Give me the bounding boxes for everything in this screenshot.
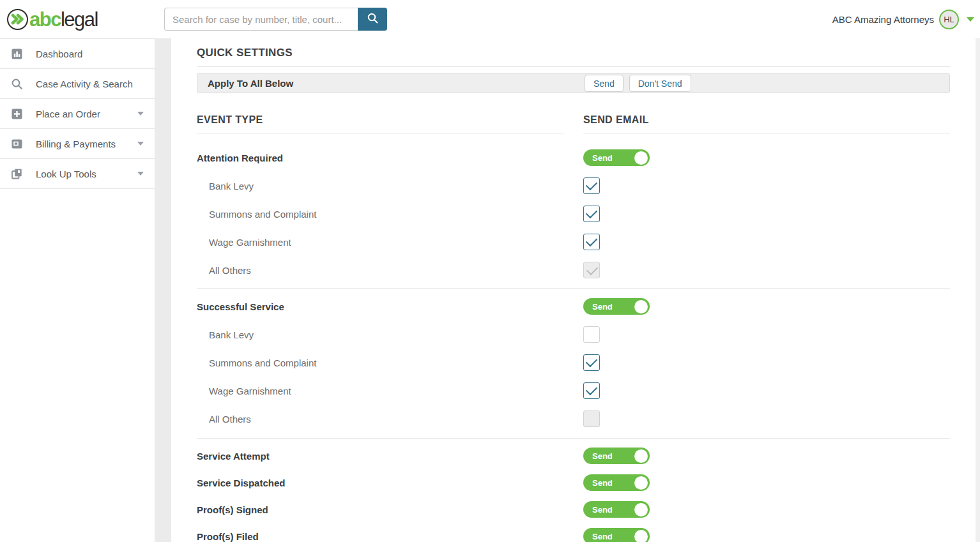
event-type-label: Service Dispatched — [197, 478, 583, 488]
toggle-label: Send — [592, 478, 613, 488]
event-subrow-all-others: All Others — [197, 405, 950, 433]
sidebar-item-label: Case Activity & Search — [36, 79, 133, 89]
apply-to-all-label: Apply To All Below — [208, 78, 293, 89]
toggle-label: Send — [592, 153, 613, 163]
event-type-label: Proof(s) Filed — [197, 531, 583, 542]
event-subtype-label: Wage Garnishment — [197, 237, 583, 248]
toggle-knob — [634, 449, 648, 463]
event-subrow-wage-garnishment: Wage Garnishment — [197, 228, 950, 256]
event-subtype-label: Summons and Complaint — [197, 209, 583, 220]
billing-card-icon — [10, 137, 23, 150]
logo-wordmark: abclegal — [29, 10, 98, 29]
book-icon — [10, 167, 23, 180]
event-subrow-bank-levy: Bank Levy — [197, 172, 950, 200]
send-email-toggle[interactable]: Send — [583, 149, 650, 166]
divider — [197, 133, 564, 133]
send-email-toggle[interactable]: Send — [583, 501, 650, 518]
event-subrow-wage-garnishment: Wage Garnishment — [197, 377, 950, 405]
toggle-knob — [634, 530, 648, 542]
column-header-send-email: SEND EMAIL — [583, 114, 950, 126]
send-email-checkbox[interactable] — [583, 326, 600, 343]
toggle-knob — [634, 503, 648, 516]
toggle-knob — [634, 151, 648, 165]
account-menu[interactable]: ABC Amazing Attorneys HL — [832, 10, 980, 29]
toggle-knob — [634, 300, 648, 313]
divider — [197, 438, 950, 439]
send-email-checkbox[interactable] — [583, 234, 600, 250]
send-email-toggle[interactable]: Send — [583, 474, 650, 491]
event-subtype-label: Wage Garnishment — [197, 386, 583, 396]
toggle-label: Send — [592, 532, 613, 541]
event-row-service-attempt: Service Attempt Send — [197, 442, 950, 469]
sidebar-item-label: Dashboard — [36, 49, 82, 59]
event-type-label: Successful Service — [197, 301, 583, 312]
send-email-checkbox[interactable] — [583, 354, 600, 371]
divider — [197, 288, 950, 289]
event-subtype-label: Bank Levy — [197, 181, 583, 192]
toggle-label: Send — [592, 451, 613, 461]
send-email-checkbox-disabled — [583, 262, 600, 278]
avatar[interactable]: HL — [939, 10, 959, 29]
divider — [583, 133, 950, 133]
send-email-toggle[interactable]: Send — [583, 448, 650, 464]
send-email-checkbox-disabled — [583, 410, 600, 427]
toggle-label: Send — [592, 302, 613, 312]
abclegal-logo[interactable]: abclegal — [0, 9, 164, 30]
sidebar-item-label: Billing & Payments — [36, 139, 116, 149]
top-header: abclegal ABC Amazing Attorneys HL — [0, 0, 980, 38]
send-email-checkbox[interactable] — [583, 206, 600, 222]
dont-send-all-button[interactable]: Don't Send — [629, 75, 691, 92]
sidebar-item-place-an-order[interactable]: Place an Order — [0, 99, 155, 129]
event-row-service-dispatched: Service Dispatched Send — [197, 469, 950, 496]
event-subrow-summons-and-complaint: Summons and Complaint — [197, 200, 950, 228]
chevron-down-icon[interactable] — [967, 17, 974, 22]
plus-square-icon — [10, 107, 23, 120]
sidebar-nav: Dashboard Case Activity & Search Place a… — [0, 38, 155, 542]
column-headers: EVENT TYPE SEND EMAIL — [197, 114, 950, 133]
send-email-toggle[interactable]: Send — [583, 528, 650, 542]
event-type-label: Attention Required — [197, 153, 583, 163]
event-subtype-label: Bank Levy — [197, 329, 583, 340]
event-type-label: Proof(s) Signed — [197, 504, 583, 515]
send-email-checkbox[interactable] — [583, 382, 600, 399]
send-email-checkbox[interactable] — [583, 177, 600, 194]
event-row-attention-required: Attention Required Send — [197, 144, 950, 172]
logo-chevrons-icon — [7, 9, 28, 30]
page-title: QUICK SETTINGS — [197, 46, 950, 60]
case-search — [164, 8, 387, 31]
sidebar-item-case-activity-search[interactable]: Case Activity & Search — [0, 69, 155, 99]
chevron-down-icon — [137, 142, 144, 146]
sidebar-item-label: Look Up Tools — [36, 169, 96, 179]
sidebar-item-dashboard[interactable]: Dashboard — [0, 39, 155, 69]
search-icon — [367, 12, 379, 26]
apply-to-all-bar: Apply To All Below Send Don't Send — [197, 73, 950, 93]
send-email-toggle[interactable]: Send — [583, 298, 650, 315]
sidebar-item-look-up-tools[interactable]: Look Up Tools — [0, 159, 155, 189]
chevron-down-icon — [137, 112, 144, 116]
send-all-button[interactable]: Send — [585, 75, 624, 92]
sidebar-content-gutter — [155, 38, 171, 542]
toggle-label: Send — [592, 505, 613, 515]
avatar-initials: HL — [944, 15, 954, 24]
event-subtype-label: All Others — [197, 414, 583, 425]
event-subrow-summons-and-complaint: Summons and Complaint — [197, 349, 950, 377]
search-button[interactable] — [358, 8, 387, 31]
event-subrow-bank-levy: Bank Levy — [197, 320, 950, 349]
quick-settings-panel: QUICK SETTINGS Apply To All Below Send D… — [171, 38, 976, 542]
dashboard-icon — [10, 47, 23, 60]
chevron-down-icon — [137, 172, 144, 176]
account-name: ABC Amazing Attorneys — [832, 14, 934, 25]
toggle-knob — [634, 476, 648, 490]
event-subrow-all-others: All Others — [197, 256, 950, 284]
search-input[interactable] — [164, 8, 358, 31]
vertical-scrollbar[interactable] — [976, 38, 980, 542]
event-subtype-label: Summons and Complaint — [197, 358, 583, 368]
sidebar-item-label: Place an Order — [36, 109, 100, 119]
event-row-successful-service: Successful Service Send — [197, 292, 950, 320]
event-row-proofs-signed: Proof(s) Signed Send — [197, 496, 950, 523]
event-type-label: Service Attempt — [197, 451, 583, 462]
divider — [197, 66, 950, 67]
sidebar-item-billing-payments[interactable]: Billing & Payments — [0, 129, 155, 159]
column-header-event-type: EVENT TYPE — [197, 114, 583, 126]
event-subtype-label: All Others — [197, 265, 583, 276]
